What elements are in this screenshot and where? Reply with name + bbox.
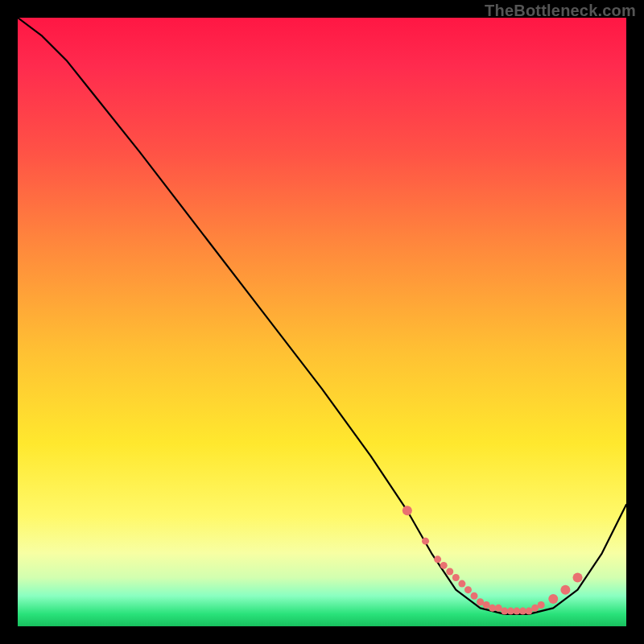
marker-dot bbox=[464, 586, 472, 593]
marker-dot bbox=[548, 594, 558, 604]
chart-frame bbox=[18, 18, 626, 626]
marker-dot bbox=[434, 555, 441, 563]
marker-dot bbox=[538, 601, 545, 609]
highlight-markers bbox=[402, 506, 583, 614]
marker-dot bbox=[422, 538, 429, 545]
marker-dot bbox=[560, 585, 570, 595]
marker-dot bbox=[446, 568, 453, 575]
marker-dot bbox=[452, 574, 460, 581]
marker-dot bbox=[440, 562, 448, 569]
marker-dot bbox=[573, 573, 583, 583]
marker-dot bbox=[471, 592, 478, 600]
marker-dot bbox=[458, 580, 465, 588]
chart-plot bbox=[18, 18, 626, 626]
attribution-text: TheBottleneck.com bbox=[485, 2, 636, 20]
curve-line bbox=[18, 18, 626, 614]
marker-dot bbox=[402, 506, 412, 515]
